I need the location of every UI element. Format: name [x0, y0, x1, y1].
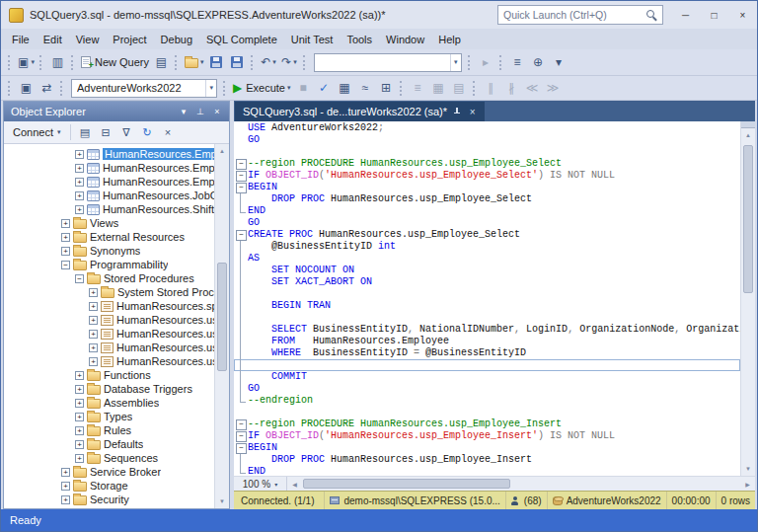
scroll-up-icon[interactable]: ▲	[215, 144, 229, 158]
close-button[interactable]: ×	[728, 1, 757, 29]
actual-plan-icon[interactable]: ▦	[335, 78, 355, 98]
tree-item-service-broker[interactable]: +Service Broker	[4, 465, 214, 479]
tree-item-external-resources[interactable]: +External Resources	[4, 230, 214, 244]
connect-server-icon[interactable]: ▣▾	[16, 52, 37, 72]
menu-unit-test[interactable]: Unit Test	[284, 32, 341, 47]
tree-item-humanresources-uspupd[interactable]: +HumanResources.uspUpd	[4, 327, 214, 341]
toolbar-grip[interactable]	[60, 81, 63, 96]
tree-item-humanresources-employeed[interactable]: +HumanResources.Employeed	[4, 161, 214, 175]
scroll-down-icon[interactable]: ▼	[215, 494, 229, 508]
editor-vertical-scrollbar[interactable]: ▲ ▼	[740, 121, 755, 476]
menu-tools[interactable]: Tools	[340, 32, 379, 47]
expand-icon[interactable]: +	[89, 330, 98, 339]
toolbar-grip[interactable]	[468, 55, 471, 70]
tree-item-humanresources-uspgete[interactable]: +HumanResources.uspGetE	[4, 313, 214, 327]
expand-icon[interactable]: +	[75, 205, 84, 214]
collapse-region-icon[interactable]	[234, 442, 248, 454]
scrollbar-thumb[interactable]	[217, 263, 227, 371]
expand-icon[interactable]: +	[89, 343, 98, 352]
code-editor[interactable]: USE AdventureWorks2022;GO--region PROCED…	[234, 121, 740, 476]
expand-icon[interactable]: +	[75, 191, 84, 200]
outdent-icon[interactable]: ≪	[522, 78, 543, 98]
close-icon[interactable]: ×	[209, 104, 225, 119]
expand-icon[interactable]: +	[75, 150, 84, 159]
editor-tab[interactable]: SQLQuery3.sql - de...tureWorks2022 (sa)*…	[235, 102, 485, 121]
collapse-region-icon[interactable]	[234, 170, 248, 182]
tree-item-programmability[interactable]: −Programmability	[4, 258, 214, 271]
expand-icon[interactable]: +	[61, 247, 70, 256]
tree-item-assemblies[interactable]: +Assemblies	[4, 396, 214, 410]
quick-launch-input[interactable]: Quick Launch (Ctrl+Q)	[497, 5, 663, 25]
properties-window-icon[interactable]: ≡	[507, 52, 528, 72]
toolbar-grip[interactable]	[39, 55, 42, 70]
scroll-up-icon[interactable]: ▲	[741, 128, 755, 142]
expand-icon[interactable]: +	[75, 413, 84, 421]
window-position-icon[interactable]: ▾	[176, 104, 191, 119]
expand-icon[interactable]: +	[75, 454, 84, 463]
expand-icon[interactable]: +	[75, 371, 84, 380]
tree-item-sequences[interactable]: +Sequences	[4, 451, 214, 465]
toolbar-grip[interactable]	[473, 81, 476, 96]
menu-window[interactable]: Window	[379, 32, 431, 47]
database-combo[interactable]: AdventureWorks2022▾	[71, 79, 217, 98]
collapse-region-icon[interactable]	[234, 182, 248, 193]
indent-icon[interactable]: ≫	[543, 78, 564, 98]
new-query-from-node-icon[interactable]: ▤	[76, 123, 95, 142]
expand-icon[interactable]: +	[75, 399, 84, 408]
collapse-icon[interactable]: −	[61, 261, 70, 269]
scroll-left-icon[interactable]: ◀	[287, 481, 302, 488]
expand-icon[interactable]: +	[75, 164, 84, 173]
tree-item-rules[interactable]: +Rules	[4, 423, 214, 437]
tab-close-icon[interactable]: ×	[467, 107, 478, 117]
expand-icon[interactable]: +	[61, 482, 70, 491]
menu-project[interactable]: Project	[106, 32, 153, 47]
collapse-region-icon[interactable]	[234, 430, 248, 442]
expand-icon[interactable]: +	[61, 233, 70, 242]
uncomment-icon[interactable]: ∦	[501, 78, 522, 98]
expand-icon[interactable]: +	[61, 468, 70, 477]
tree-item-humanresources-jobcandida[interactable]: +HumanResources.JobCandida	[4, 189, 214, 202]
toolbar-grip[interactable]	[223, 81, 226, 96]
results-to-grid-icon[interactable]: ▦	[428, 78, 449, 98]
refresh-icon[interactable]: ↻	[138, 123, 157, 142]
tree-item-storage[interactable]: +Storage	[4, 479, 214, 493]
editor-horizontal-scrollbar[interactable]: ◀ ▶	[287, 477, 755, 491]
activity-monitor-icon[interactable]: ▥	[47, 52, 68, 72]
scrollbar-thumb[interactable]	[743, 145, 753, 293]
expand-icon[interactable]: +	[89, 316, 98, 325]
toolbar-grip[interactable]	[400, 81, 403, 96]
menu-edit[interactable]: Edit	[37, 32, 69, 47]
collapse-region-icon[interactable]	[234, 158, 248, 170]
chevron-down-icon[interactable]: ▾	[205, 80, 216, 97]
expand-icon[interactable]: +	[75, 178, 84, 187]
toolbar-grip[interactable]	[8, 81, 11, 96]
tree-item-defaults[interactable]: +Defaults	[4, 437, 214, 451]
toolbar-grip[interactable]	[499, 55, 502, 70]
chevron-down-icon[interactable]: ▾	[450, 54, 461, 71]
toolbar-grip[interactable]	[71, 55, 74, 70]
stop-icon[interactable]: ×	[159, 123, 178, 142]
expand-icon[interactable]: +	[75, 385, 84, 394]
save-all-icon[interactable]	[227, 52, 248, 72]
expand-tree-icon[interactable]: ⊟	[97, 123, 115, 142]
scroll-right-icon[interactable]: ▶	[740, 481, 755, 488]
tree-item-humanresources-employeep[interactable]: +HumanResources.EmployeeP	[4, 175, 214, 189]
expand-icon[interactable]: +	[89, 357, 98, 366]
toolbar-options-icon[interactable]: ▾	[549, 52, 569, 72]
split-window-handle[interactable]	[741, 121, 755, 128]
expand-icon[interactable]: +	[89, 288, 98, 297]
tree-item-stored-procedures[interactable]: −Stored Procedures	[4, 271, 214, 285]
collapse-region-icon[interactable]	[234, 229, 248, 241]
debug-target-combo[interactable]: ▾	[314, 53, 462, 72]
toolbar-grip[interactable]	[251, 55, 254, 70]
query-options-icon[interactable]: ⊞	[376, 78, 397, 98]
tree-item-humanresources-shift[interactable]: +HumanResources.Shift	[4, 202, 214, 216]
toolbar-grip[interactable]	[303, 55, 306, 70]
object-explorer-scrollbar[interactable]: ▲ ▼	[214, 144, 229, 508]
redo-icon[interactable]: ↷▾	[279, 52, 300, 72]
toolbar-grip[interactable]	[8, 55, 11, 70]
tree-item-system-stored-procedures[interactable]: +System Stored Procedures	[4, 285, 214, 299]
zoom-control[interactable]: 100 % ▾	[234, 477, 287, 491]
expand-icon[interactable]: +	[61, 219, 70, 228]
tree-item-humanresources-uspupd[interactable]: +HumanResources.uspUpd	[4, 341, 214, 354]
